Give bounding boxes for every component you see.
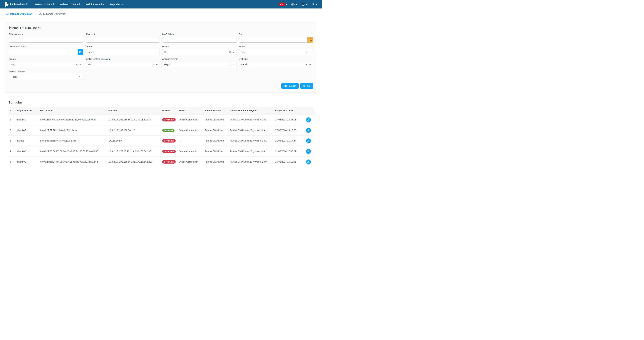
status-badge: Çevrimdışı [162,118,176,121]
cell-os-version: Pardus GNU/Linux 23 (yirmiuc)-23.1 [228,114,274,125]
user-sessions-button[interactable] [306,159,311,164]
cell-os: Pardus GNU/Linux [203,146,228,156]
status-select[interactable]: Hepsi [86,49,160,55]
cell-os-version: Pardus GNU/Linux 23 (yirmiuc)-23.1 [228,125,274,135]
cell-os-version: Pardus GNU/Linux 23 (yirmiuc)-23.1 [228,146,274,156]
tab-istemci-oturumlari[interactable]: İstemci Oturumları [4,12,34,18]
users-icon [307,160,310,163]
calendar-icon [79,51,82,53]
cell-created: 16/02/2024 16:12:51 [274,156,304,167]
table-row: 2 ahenk45 08:00:27:77:9f:c1, 08:00:27:dc… [8,125,314,135]
search-button[interactable]: Ara [300,83,313,89]
col-actions [304,107,314,114]
chevron-down-icon [296,4,297,5]
settings-menu[interactable] [291,3,297,6]
mac-address-input[interactable] [164,37,234,42]
cell-status: Çevrimdışı [160,135,177,146]
user-sessions-button[interactable] [306,138,311,143]
col-mac-adresi: MAC Adresi [38,107,106,114]
cell-brand: Oracle Corporation [177,125,203,135]
chevron-down-icon [79,76,81,78]
users-icon [307,129,310,131]
menu-item-raporlar[interactable]: Raporlar [110,3,123,6]
cell-index: 3 [8,135,16,146]
main-menu: İstemci Yönetimi Kullanıcı Yönetimi Poli… [35,3,279,6]
clear-icon[interactable] [152,63,154,66]
clear-button[interactable]: Temizle [281,83,298,89]
field-islemci: İşlemci Seç [9,58,83,67]
status-badge: Çevrimdışı [162,150,176,153]
col-isletim-sistemi: İşletim Sistemi [203,107,228,114]
help-menu[interactable] [301,3,308,6]
cell-brand: Oracle Corporation [177,114,203,125]
col-index: # [8,107,16,114]
language-selector[interactable] [279,3,287,6]
clear-icon[interactable] [229,63,231,66]
brand-name: Liderahenk [10,2,28,6]
field-bilgisayar-adi: Bilgisayar Adı [9,33,83,43]
table-row: 5 ahenk01 08:00:27:eb:94:4b, 08:00:27:1c… [8,156,314,167]
cell-created: 21/02/2024 17:30:27 [274,146,304,156]
computer-name-input[interactable] [11,37,81,42]
cell-mac: ac:e2:d3:0a:66:f7, 36:cf:86:29:d3:fb [38,135,106,146]
collapse-card-button[interactable] [309,28,312,28]
cell-action [304,114,314,125]
filter-card-title: İstemci Oturum Raporu [9,26,42,30]
user-menu[interactable] [312,3,318,6]
client-status-select[interactable]: Hepsi [9,74,83,80]
clear-icon[interactable] [306,51,308,53]
cell-index: 1 [8,114,16,125]
brand-logo[interactable]: Liderahenk [4,2,28,7]
menu-item-politika-yonetimi[interactable]: Politika Yönetimi [86,3,104,6]
ip-address-input[interactable] [88,37,158,42]
clear-icon[interactable] [306,63,308,66]
user-sessions-button[interactable] [306,117,311,122]
col-olusturma-tarihi: Oluşturma Tarihi [274,107,304,114]
field-model: Model Seç [239,45,313,55]
cell-status: Çevrimdışı [160,146,177,156]
users-icon [39,12,42,15]
cell-os-version: Pardus GNU/Linux 23 (yirmiuc)-23.0 [228,156,274,167]
chevron-down-icon [156,64,158,65]
col-durum: Durum [160,107,177,114]
cell-index: 4 [8,146,16,156]
clear-icon[interactable] [76,63,78,66]
chevron-down-icon [121,4,123,5]
tab-kullanici-oturumlari[interactable]: Kullanıcı Oturumları [37,12,68,18]
users-icon [307,139,310,142]
date-picker-button[interactable] [78,49,83,55]
chevron-down-icon [306,4,308,5]
user-sessions-button[interactable] [306,128,311,133]
search-icon [303,85,306,87]
dn-tree-picker-button[interactable] [308,37,313,43]
field-ip-adresi: IP Adresi [86,33,160,43]
brand-select[interactable]: Seç [162,49,236,55]
cell-mac: 08:00:27:eb:94:4b, 08:00:27:1c:35:9a, 08… [38,156,106,167]
cell-computer-name: ahenk02 [16,146,38,156]
cell-created: 21/05/2024 11:17:24 [274,135,304,146]
top-navbar: Liderahenk İstemci Yönetimi Kullanıcı Yö… [0,0,322,9]
chevron-down-icon [309,64,311,65]
cell-computer-name: pardus [16,135,38,146]
chevron-down-icon [156,51,158,53]
user-sessions-button[interactable] [306,149,311,154]
model-select[interactable]: Seç [239,49,313,55]
cpu-select[interactable]: Seç [9,62,83,67]
clear-icon[interactable] [229,51,231,53]
liderahenk-logo-icon [4,2,9,7]
help-circle-icon [301,3,305,6]
dn-input[interactable] [241,37,306,42]
results-table-body: 1 ahenk61 08:00:27:f6:05:71, 08:00:27:14… [8,114,314,167]
creation-date-input[interactable] [11,49,76,55]
cell-action [304,156,314,167]
cell-action [304,146,314,156]
disk-type-select[interactable]: Hepsi [239,62,313,67]
os-version-select[interactable]: Seç [86,62,160,67]
col-ip-adresi: IP Adresi [107,107,160,114]
cell-mac: 08:00:27:f6:05:71, 08:00:27:14:52:f3, 08… [38,114,106,125]
menu-item-istemci-yonetimi[interactable]: İstemci Yönetimi [35,3,54,6]
agent-version-select[interactable]: Hepsi [162,62,236,67]
menu-item-kullanici-yonetimi[interactable]: Kullanıcı Yönetimi [60,3,80,6]
chevron-down-icon [316,4,318,5]
cell-mac: 08:00:27:38:36:97, 08:00:27:a2:03:2d, 08… [38,146,106,156]
